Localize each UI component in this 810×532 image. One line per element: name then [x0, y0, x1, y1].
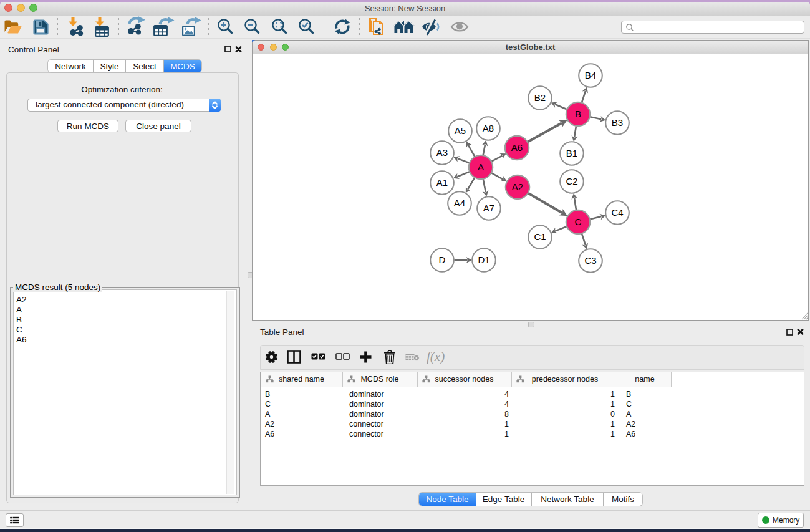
- svg-text:B3: B3: [612, 117, 623, 128]
- svg-text:A2: A2: [512, 181, 523, 192]
- svg-text:B2: B2: [534, 92, 546, 103]
- svg-text:C: C: [575, 216, 582, 227]
- svg-text:C4: C4: [611, 207, 623, 218]
- svg-text:B: B: [575, 109, 581, 119]
- svg-text:A1: A1: [436, 177, 448, 188]
- svg-text:C2: C2: [566, 176, 577, 186]
- svg-text:A: A: [478, 162, 484, 172]
- svg-text:A6: A6: [511, 142, 523, 153]
- svg-text:A8: A8: [483, 123, 494, 133]
- svg-text:B4: B4: [585, 70, 596, 80]
- svg-text:A5: A5: [455, 125, 466, 136]
- svg-text:B1: B1: [566, 148, 577, 158]
- svg-text:A7: A7: [483, 203, 494, 213]
- svg-text:D: D: [439, 254, 446, 265]
- svg-text:D1: D1: [478, 254, 489, 265]
- svg-text:C3: C3: [584, 255, 596, 266]
- svg-text:A3: A3: [436, 147, 448, 158]
- svg-text:A4: A4: [454, 198, 465, 208]
- svg-text:C1: C1: [534, 231, 546, 242]
